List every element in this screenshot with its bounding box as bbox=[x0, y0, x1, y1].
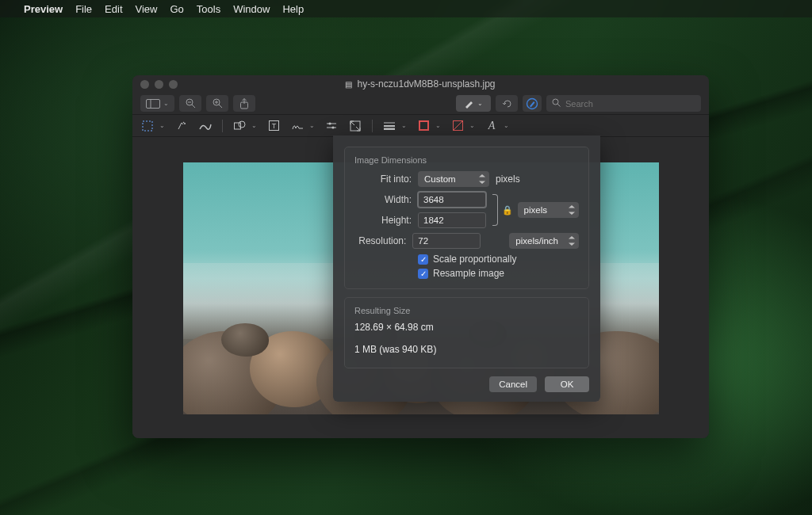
scale-proportionally-label: Scale proportionally bbox=[433, 254, 516, 265]
search-icon bbox=[552, 98, 561, 109]
markup-toggle-button[interactable] bbox=[523, 95, 542, 112]
filename-label: hy-s-nczu1dvM8B8-unsplash.jpg bbox=[357, 78, 495, 90]
menu-file[interactable]: File bbox=[75, 3, 92, 15]
svg-point-16 bbox=[183, 121, 185, 123]
resulting-size-group: Resulting Size 128.69 × 64.98 cm 1 MB (w… bbox=[344, 297, 589, 368]
window-titlebar[interactable]: ▤ hy-s-nczu1dvM8B8-unsplash.jpg bbox=[132, 75, 709, 93]
zoom-out-button[interactable] bbox=[179, 95, 201, 112]
close-window-button[interactable] bbox=[140, 80, 149, 89]
toolbar: ⌄ ⌄ bbox=[132, 93, 709, 115]
svg-point-18 bbox=[239, 121, 245, 128]
zoom-in-button[interactable] bbox=[206, 95, 228, 112]
resample-image-label: Resample image bbox=[433, 268, 504, 279]
svg-line-26 bbox=[350, 121, 354, 125]
ribbon-divider bbox=[222, 120, 223, 132]
stroke-color-icon[interactable] bbox=[416, 120, 431, 131]
svg-line-6 bbox=[219, 105, 222, 108]
menu-help[interactable]: Help bbox=[282, 3, 304, 15]
resolution-input[interactable] bbox=[412, 233, 481, 249]
svg-line-33 bbox=[453, 121, 462, 131]
menu-go[interactable]: Go bbox=[170, 3, 183, 15]
preview-window: ▤ hy-s-nczu1dvM8B8-unsplash.jpg ⌄ ⌄ bbox=[132, 75, 709, 438]
image-dimensions-group: Image Dimensions Fit into: Custom pixels… bbox=[344, 147, 589, 289]
fullscreen-window-button[interactable] bbox=[169, 80, 178, 89]
highlight-button[interactable]: ⌄ bbox=[456, 95, 491, 112]
fill-color-icon[interactable] bbox=[450, 120, 465, 131]
sketch-tool-icon[interactable] bbox=[198, 121, 213, 131]
svg-text:T: T bbox=[271, 122, 276, 130]
selection-tool-icon[interactable] bbox=[140, 120, 155, 132]
text-tool-icon[interactable]: T bbox=[266, 120, 281, 131]
line-weight-icon[interactable] bbox=[382, 122, 396, 130]
menu-edit[interactable]: Edit bbox=[105, 3, 122, 15]
resample-image-checkbox[interactable]: ✓ bbox=[418, 269, 428, 279]
resolution-unit-select[interactable]: pixels/inch bbox=[509, 233, 579, 249]
window-title: ▤ hy-s-nczu1dvM8B8-unsplash.jpg bbox=[186, 78, 655, 90]
adjust-size-dialog: Image Dimensions Fit into: Custom pixels… bbox=[333, 135, 600, 402]
svg-point-24 bbox=[331, 126, 334, 128]
lock-icon[interactable]: 🔒 bbox=[502, 205, 513, 216]
group-title-result: Resulting Size bbox=[354, 306, 579, 315]
svg-rect-31 bbox=[419, 121, 428, 130]
height-label: Height: bbox=[354, 215, 412, 226]
instant-alpha-icon[interactable] bbox=[174, 120, 189, 132]
sign-tool-icon[interactable] bbox=[290, 121, 304, 131]
document-icon: ▤ bbox=[345, 80, 352, 89]
menubar: Preview File Edit View Go Tools Window H… bbox=[0, 0, 812, 17]
height-input[interactable] bbox=[418, 212, 486, 228]
fit-into-label: Fit into: bbox=[354, 174, 412, 185]
width-input[interactable] bbox=[418, 192, 486, 208]
text-style-icon[interactable]: A bbox=[485, 120, 499, 132]
menu-window[interactable]: Window bbox=[233, 3, 270, 15]
svg-rect-0 bbox=[147, 99, 160, 108]
menubar-app-name[interactable]: Preview bbox=[24, 3, 63, 15]
minimize-window-button[interactable] bbox=[155, 80, 163, 89]
result-filesize: 1 MB (was 940 KB) bbox=[354, 344, 579, 355]
ok-button[interactable]: OK bbox=[545, 376, 589, 392]
svg-rect-17 bbox=[234, 123, 240, 129]
adjust-color-icon[interactable] bbox=[324, 121, 339, 131]
fit-into-unit: pixels bbox=[496, 174, 520, 185]
svg-line-13 bbox=[557, 104, 560, 106]
adjust-size-icon[interactable] bbox=[348, 120, 362, 132]
lock-bracket bbox=[491, 193, 497, 227]
cancel-button[interactable]: Cancel bbox=[489, 376, 537, 392]
traffic-lights bbox=[140, 80, 178, 89]
svg-rect-14 bbox=[143, 121, 152, 131]
svg-line-3 bbox=[192, 105, 195, 108]
resolution-label: Resolution: bbox=[354, 235, 406, 246]
svg-point-22 bbox=[328, 122, 331, 124]
group-title-dimensions: Image Dimensions bbox=[354, 155, 579, 165]
ribbon-divider bbox=[372, 120, 373, 132]
menu-view[interactable]: View bbox=[136, 3, 158, 15]
scale-proportionally-checkbox[interactable]: ✓ bbox=[418, 254, 428, 265]
markup-ribbon: ⌄ ⌄ T ⌄ ⌄ ⌄ ⌄ A⌄ bbox=[132, 115, 709, 137]
rotate-button[interactable] bbox=[496, 95, 518, 112]
wh-unit-select[interactable]: pixels bbox=[518, 202, 579, 218]
result-dimensions: 128.69 × 64.98 cm bbox=[354, 322, 579, 333]
search-input[interactable] bbox=[565, 99, 695, 109]
share-button[interactable] bbox=[233, 95, 255, 112]
sidebar-toggle-button[interactable]: ⌄ bbox=[140, 95, 174, 112]
menu-tools[interactable]: Tools bbox=[197, 3, 220, 15]
width-label: Width: bbox=[354, 194, 412, 205]
shapes-tool-icon[interactable] bbox=[232, 120, 247, 131]
search-field[interactable] bbox=[546, 95, 701, 112]
svg-point-15 bbox=[184, 123, 186, 124]
svg-line-27 bbox=[356, 127, 360, 131]
svg-point-12 bbox=[553, 99, 558, 105]
fit-into-select[interactable]: Custom bbox=[418, 171, 489, 187]
